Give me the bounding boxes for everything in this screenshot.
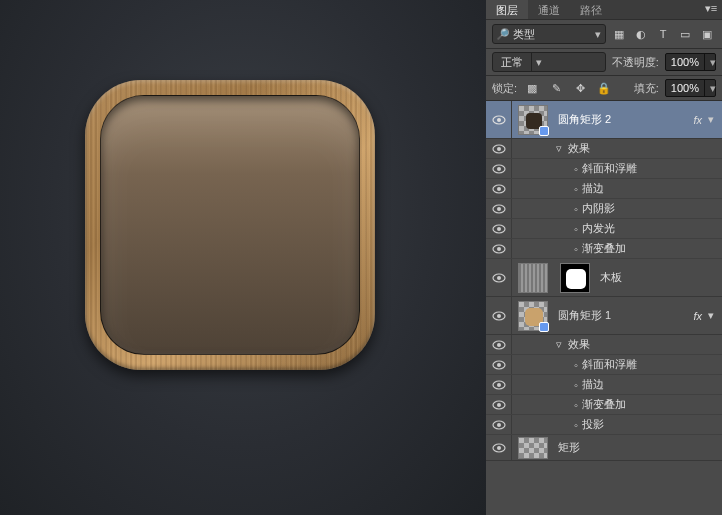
blend-mode-dropdown[interactable]: 正常 ▾ (492, 52, 606, 72)
blend-mode-value: 正常 (493, 53, 531, 71)
visibility-toggle[interactable] (486, 415, 512, 434)
eye-icon (492, 224, 506, 234)
svg-point-29 (497, 446, 501, 450)
visibility-toggle[interactable] (486, 355, 512, 374)
tab-channels[interactable]: 通道 (528, 0, 570, 19)
effect-item[interactable]: ◦描边 (486, 375, 722, 395)
svg-point-19 (497, 343, 501, 347)
svg-point-7 (497, 187, 501, 191)
effect-item[interactable]: ◦渐变叠加 (486, 239, 722, 259)
eye-icon (492, 311, 506, 321)
layer-name[interactable]: 矩形 (554, 440, 716, 455)
svg-point-9 (497, 207, 501, 211)
layer-row[interactable]: 矩形 (486, 435, 722, 461)
layer-name[interactable]: 木板 (596, 270, 716, 285)
search-icon: 🔎 (493, 25, 513, 43)
visibility-toggle[interactable] (486, 139, 512, 158)
tab-layers[interactable]: 图层 (486, 0, 528, 19)
bullet-icon: ◦ (570, 379, 582, 391)
effect-name: 内发光 (582, 221, 615, 236)
effect-item[interactable]: ◦渐变叠加 (486, 395, 722, 415)
layer-thumbnail[interactable] (518, 301, 548, 331)
visibility-toggle[interactable] (486, 159, 512, 178)
visibility-toggle[interactable] (486, 297, 512, 334)
lock-transparency-icon[interactable]: ▩ (523, 79, 541, 97)
bullet-icon: ◦ (570, 419, 582, 431)
visibility-toggle[interactable] (486, 239, 512, 258)
eye-icon (492, 420, 506, 430)
bullet-icon: ◦ (570, 223, 582, 235)
chevron-down-icon: ▾ (704, 80, 715, 96)
effects-collapse-toggle[interactable]: ▾ (706, 113, 716, 126)
effect-item[interactable]: ◦内阴影 (486, 199, 722, 219)
effect-item[interactable]: ◦斜面和浮雕 (486, 355, 722, 375)
effect-item[interactable]: ◦投影 (486, 415, 722, 435)
effect-name: 斜面和浮雕 (582, 357, 637, 372)
visibility-toggle[interactable] (486, 335, 512, 354)
layer-thumbnail[interactable] (518, 437, 548, 459)
svg-point-17 (497, 314, 501, 318)
document-canvas[interactable] (0, 0, 486, 515)
shape-badge-icon (539, 126, 549, 136)
svg-point-21 (497, 363, 501, 367)
lock-paint-icon[interactable]: ✎ (547, 79, 565, 97)
visibility-toggle[interactable] (486, 101, 512, 138)
lock-row: 锁定: ▩ ✎ ✥ 🔒 填充: 100% ▾ (486, 76, 722, 101)
eye-icon (492, 204, 506, 214)
eye-icon (492, 400, 506, 410)
layer-thumbnail[interactable] (518, 105, 548, 135)
svg-point-23 (497, 383, 501, 387)
layers-panel: 图层 通道 路径 ▾≡ 🔎 类型 ▾ ▦ ◐ T ▭ ▣ 正常 ▾ 不透明度: … (486, 0, 722, 515)
visibility-toggle[interactable] (486, 395, 512, 414)
lock-all-icon[interactable]: 🔒 (595, 79, 613, 97)
filter-smart-icon[interactable]: ▣ (698, 25, 716, 43)
panel-menu-icon[interactable]: ▾≡ (700, 0, 722, 19)
layers-list[interactable]: 圆角矩形 2 fx ▾ ▿ 效果 ◦斜面和浮雕 ◦描边 ◦内阴影 ◦内发光 ◦渐… (486, 101, 722, 515)
filter-dropdown[interactable]: 🔎 类型 ▾ (492, 24, 606, 44)
lock-position-icon[interactable]: ✥ (571, 79, 589, 97)
effect-name: 描边 (582, 377, 604, 392)
layer-row[interactable]: 木板 (486, 259, 722, 297)
layer-name[interactable]: 圆角矩形 1 (554, 308, 693, 323)
layer-row[interactable]: 圆角矩形 2 fx ▾ (486, 101, 722, 139)
svg-point-27 (497, 423, 501, 427)
inner-rounded-rect (100, 95, 360, 355)
fx-indicator[interactable]: fx (693, 310, 702, 322)
eye-icon (492, 360, 506, 370)
effect-name: 渐变叠加 (582, 241, 626, 256)
fill-input[interactable]: 100% ▾ (665, 79, 716, 97)
svg-point-11 (497, 227, 501, 231)
eye-icon (492, 380, 506, 390)
visibility-toggle[interactable] (486, 219, 512, 238)
layer-mask-thumbnail[interactable] (560, 263, 590, 293)
visibility-toggle[interactable] (486, 199, 512, 218)
eye-icon (492, 144, 506, 154)
visibility-toggle[interactable] (486, 435, 512, 460)
eye-icon (492, 340, 506, 350)
eye-icon (492, 244, 506, 254)
effects-label: 效果 (568, 141, 590, 156)
visibility-toggle[interactable] (486, 375, 512, 394)
svg-point-1 (497, 118, 501, 122)
svg-point-3 (497, 147, 501, 151)
filter-pixel-icon[interactable]: ▦ (610, 25, 628, 43)
effect-item[interactable]: ◦斜面和浮雕 (486, 159, 722, 179)
opacity-label: 不透明度: (612, 55, 659, 70)
bullet-icon: ◦ (570, 399, 582, 411)
filter-shape-icon[interactable]: ▭ (676, 25, 694, 43)
filter-type-icon[interactable]: T (654, 25, 672, 43)
opacity-input[interactable]: 100% ▾ (665, 53, 716, 71)
fx-indicator[interactable]: fx (693, 114, 702, 126)
layer-name[interactable]: 圆角矩形 2 (554, 112, 693, 127)
effects-header[interactable]: ▿ 效果 (486, 139, 722, 159)
filter-adjust-icon[interactable]: ◐ (632, 25, 650, 43)
layer-row[interactable]: 圆角矩形 1 fx ▾ (486, 297, 722, 335)
visibility-toggle[interactable] (486, 259, 512, 296)
effect-item[interactable]: ◦描边 (486, 179, 722, 199)
layer-thumbnail[interactable] (518, 263, 548, 293)
tab-paths[interactable]: 路径 (570, 0, 612, 19)
effects-header[interactable]: ▿ 效果 (486, 335, 722, 355)
visibility-toggle[interactable] (486, 179, 512, 198)
effect-item[interactable]: ◦内发光 (486, 219, 722, 239)
effects-collapse-toggle[interactable]: ▾ (706, 309, 716, 322)
